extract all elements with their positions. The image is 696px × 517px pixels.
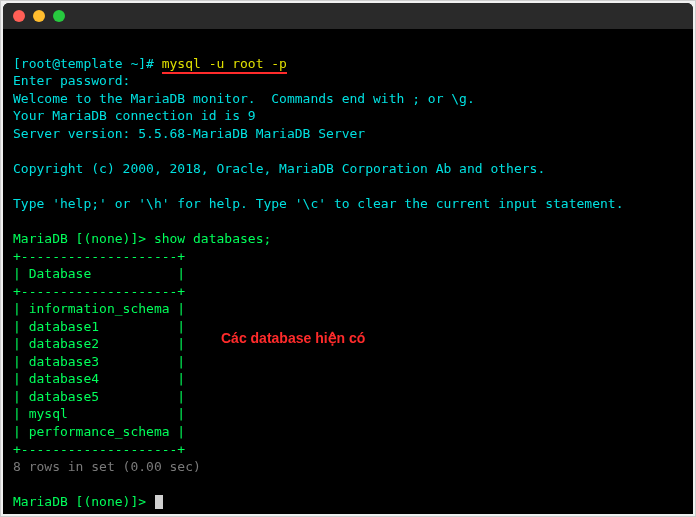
- enter-password: Enter password:: [13, 73, 130, 88]
- connection-id: Your MariaDB connection id is 9: [13, 108, 256, 123]
- shell-prompt: [root@template ~]#: [13, 56, 162, 71]
- show-databases-cmd: show databases;: [154, 231, 271, 246]
- typed-command: mysql -u root -p: [162, 56, 287, 74]
- server-version: Server version: 5.5.68-MariaDB MariaDB S…: [13, 126, 365, 141]
- terminal-body[interactable]: [root@template ~]# mysql -u root -p Ente…: [3, 29, 693, 514]
- copyright-line: Copyright (c) 2000, 2018, Oracle, MariaD…: [13, 161, 545, 176]
- table-row: | information_schema |: [13, 301, 185, 316]
- table-row: | database5 |: [13, 389, 185, 404]
- mariadb-prompt-2: MariaDB [(none)]>: [13, 494, 154, 509]
- table-row: | database1 |: [13, 319, 185, 334]
- rows-summary: 8 rows in set (0.00 sec): [13, 459, 201, 474]
- table-row: | database3 |: [13, 354, 185, 369]
- table-row: | mysql |: [13, 406, 185, 421]
- maximize-icon[interactable]: [53, 10, 65, 22]
- close-icon[interactable]: [13, 10, 25, 22]
- table-border-top: +--------------------+: [13, 249, 185, 264]
- titlebar: [3, 3, 693, 29]
- help-line: Type 'help;' or '\h' for help. Type '\c'…: [13, 196, 623, 211]
- table-row: | database2 |: [13, 336, 185, 351]
- welcome-line: Welcome to the MariaDB monitor. Commands…: [13, 91, 475, 106]
- table-row: | performance_schema |: [13, 424, 185, 439]
- minimize-icon[interactable]: [33, 10, 45, 22]
- terminal-window: [root@template ~]# mysql -u root -p Ente…: [3, 3, 693, 514]
- cursor: [155, 495, 163, 509]
- table-header: | Database |: [13, 266, 185, 281]
- annotation-label: Các database hiện có: [221, 329, 365, 348]
- table-border-bottom: +--------------------+: [13, 442, 185, 457]
- table-border-mid: +--------------------+: [13, 284, 185, 299]
- table-row: | database4 |: [13, 371, 185, 386]
- mariadb-prompt-1: MariaDB [(none)]>: [13, 231, 154, 246]
